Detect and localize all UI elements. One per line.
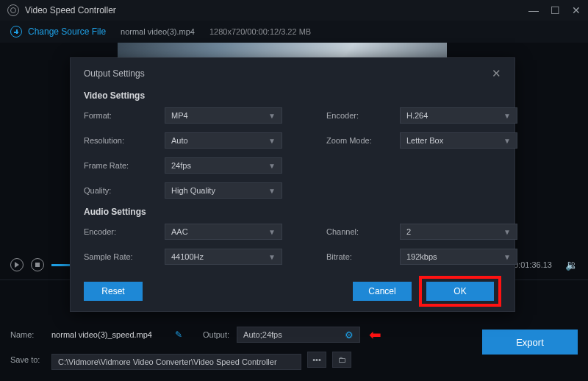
toolbar: Change Source File normal video(3).mp4 1… — [0, 21, 588, 43]
cancel-button[interactable]: Cancel — [353, 282, 412, 301]
chevron-down-icon: ▼ — [268, 228, 276, 236]
format-select[interactable]: MP4▼ — [165, 107, 282, 124]
chevron-down-icon: ▼ — [503, 137, 511, 145]
chevron-down-icon: ▼ — [503, 112, 511, 120]
video-encoder-label: Encoder: — [326, 111, 400, 120]
video-encoder-select[interactable]: H.264▼ — [400, 107, 517, 124]
dialog-close-icon[interactable]: ✕ — [492, 67, 501, 80]
chevron-down-icon: ▼ — [268, 112, 276, 120]
play-button[interactable] — [10, 258, 24, 271]
zoom-mode-label: Zoom Mode: — [326, 136, 400, 145]
source-filename: normal video(3).mp4 — [121, 27, 195, 36]
name-label: Name: — [10, 330, 51, 339]
source-meta: 1280x720/00:00:12/3.22 MB — [209, 27, 311, 36]
volume-icon[interactable]: 🔉 — [565, 259, 578, 271]
save-to-label: Save to: — [10, 355, 51, 364]
maximize-button[interactable]: ☐ — [551, 4, 560, 16]
bitrate-select[interactable]: 192kbps▼ — [400, 249, 517, 265]
samplerate-select[interactable]: 44100Hz▼ — [165, 249, 282, 265]
edit-name-icon[interactable]: ✎ — [175, 330, 182, 340]
chevron-down-icon: ▼ — [268, 162, 276, 170]
chevron-down-icon: ▼ — [503, 253, 511, 261]
output-name-value: normal video(3)_speed.mp4 — [51, 330, 169, 339]
resolution-select[interactable]: Auto▼ — [165, 132, 282, 149]
annotation-arrow-icon: ⬅ — [369, 326, 381, 343]
format-label: Format: — [84, 111, 165, 120]
resolution-label: Resolution: — [84, 136, 165, 145]
change-source-label: Change Source File — [28, 26, 106, 37]
ok-button[interactable]: OK — [426, 282, 494, 301]
output-preset-combo[interactable]: Auto;24fps ⚙ — [237, 327, 360, 343]
output-label: Output: — [203, 330, 229, 339]
quality-select[interactable]: High Quality▼ — [165, 182, 282, 199]
title-bar: Video Speed Controller — ☐ ✕ — [0, 0, 588, 21]
channel-label: Channel: — [326, 227, 400, 236]
video-settings-heading: Video Settings — [71, 86, 514, 104]
stop-button[interactable] — [31, 258, 44, 271]
channel-select[interactable]: 2▼ — [400, 224, 517, 240]
framerate-select[interactable]: 24fps▼ — [165, 157, 282, 174]
audio-encoder-select[interactable]: AAC▼ — [165, 224, 282, 240]
save-path-field[interactable]: C:\Vidmore\Vidmore Video Converter\Video… — [51, 354, 301, 370]
browse-path-button[interactable]: ••• — [307, 352, 326, 368]
audio-settings-heading: Audio Settings — [71, 202, 514, 220]
save-path-value: C:\Vidmore\Vidmore Video Converter\Video… — [58, 357, 277, 366]
quality-label: Quality: — [84, 186, 165, 195]
bottom-panel: Name: normal video(3)_speed.mp4 ✎ Output… — [0, 324, 588, 381]
dialog-title: Output Settings — [84, 68, 145, 79]
chevron-down-icon: ▼ — [503, 228, 511, 236]
plus-circle-icon — [10, 26, 22, 38]
chevron-down-icon: ▼ — [268, 137, 276, 145]
open-folder-button[interactable]: 🗀 — [332, 352, 351, 368]
audio-encoder-label: Encoder: — [84, 227, 165, 236]
reset-button[interactable]: Reset — [84, 282, 143, 301]
chevron-down-icon: ▼ — [268, 253, 276, 261]
samplerate-label: Sample Rate: — [84, 252, 165, 261]
app-logo-icon — [7, 4, 19, 16]
chevron-down-icon: ▼ — [268, 187, 276, 195]
close-window-button[interactable]: ✕ — [572, 4, 581, 16]
output-preset-value: Auto;24fps — [243, 330, 345, 339]
zoom-mode-select[interactable]: Letter Box▼ — [400, 132, 517, 149]
change-source-button[interactable]: Change Source File — [10, 26, 106, 38]
output-settings-gear-icon[interactable]: ⚙ — [345, 330, 354, 341]
output-settings-dialog: Output Settings ✕ Video Settings Format:… — [70, 57, 515, 312]
minimize-button[interactable]: — — [528, 4, 539, 16]
app-title: Video Speed Controller — [25, 5, 116, 15]
framerate-label: Frame Rate: — [84, 161, 165, 170]
export-button[interactable]: Export — [482, 330, 578, 355]
bitrate-label: Bitrate: — [326, 252, 400, 261]
annotation-ok-highlight: OK — [419, 276, 501, 307]
